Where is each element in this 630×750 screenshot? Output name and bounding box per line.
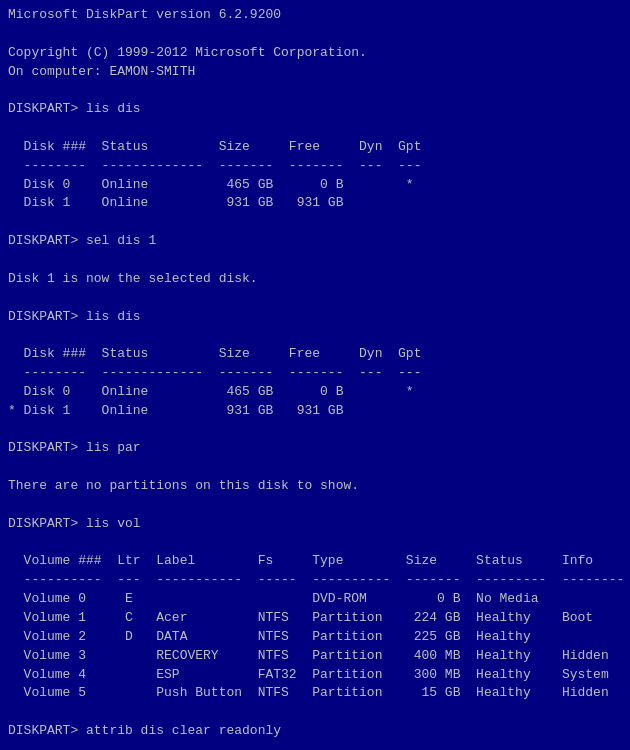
terminal-line-1 bbox=[8, 25, 622, 44]
terminal-line-14: Disk 1 is now the selected disk. bbox=[8, 270, 622, 289]
terminal-line-29: Volume ### Ltr Label Fs Type Size Status… bbox=[8, 552, 622, 571]
terminal-line-8: -------- ------------- ------- ------- -… bbox=[8, 157, 622, 176]
terminal-line-37 bbox=[8, 703, 622, 722]
terminal-line-26 bbox=[8, 496, 622, 515]
terminal-line-0: Microsoft DiskPart version 6.2.9200 bbox=[8, 6, 622, 25]
terminal-line-7: Disk ### Status Size Free Dyn Gpt bbox=[8, 138, 622, 157]
terminal-line-16: DISKPART> lis dis bbox=[8, 308, 622, 327]
terminal-line-3: On computer: EAMON-SMITH bbox=[8, 63, 622, 82]
terminal-line-21: * Disk 1 Online 931 GB 931 GB bbox=[8, 402, 622, 421]
terminal-line-33: Volume 2 D DATA NTFS Partition 225 GB He… bbox=[8, 628, 622, 647]
terminal-line-25: There are no partitions on this disk to … bbox=[8, 477, 622, 496]
terminal-line-10: Disk 1 Online 931 GB 931 GB bbox=[8, 194, 622, 213]
terminal-line-15 bbox=[8, 289, 622, 308]
terminal-line-13 bbox=[8, 251, 622, 270]
terminal-line-34: Volume 3 RECOVERY NTFS Partition 400 MB … bbox=[8, 647, 622, 666]
terminal-line-23: DISKPART> lis par bbox=[8, 439, 622, 458]
terminal-line-38: DISKPART> attrib dis clear readonly bbox=[8, 722, 622, 741]
terminal-line-35: Volume 4 ESP FAT32 Partition 300 MB Heal… bbox=[8, 666, 622, 685]
terminal-line-24 bbox=[8, 458, 622, 477]
terminal-line-19: -------- ------------- ------- ------- -… bbox=[8, 364, 622, 383]
terminal-line-12: DISKPART> sel dis 1 bbox=[8, 232, 622, 251]
terminal-line-39 bbox=[8, 741, 622, 750]
terminal-line-20: Disk 0 Online 465 GB 0 B * bbox=[8, 383, 622, 402]
terminal-line-17 bbox=[8, 326, 622, 345]
terminal-line-36: Volume 5 Push Button NTFS Partition 15 G… bbox=[8, 684, 622, 703]
terminal-line-18: Disk ### Status Size Free Dyn Gpt bbox=[8, 345, 622, 364]
terminal-line-32: Volume 1 C Acer NTFS Partition 224 GB He… bbox=[8, 609, 622, 628]
terminal-line-11 bbox=[8, 213, 622, 232]
terminal-line-22 bbox=[8, 421, 622, 440]
terminal-line-31: Volume 0 E DVD-ROM 0 B No Media bbox=[8, 590, 622, 609]
terminal-line-9: Disk 0 Online 465 GB 0 B * bbox=[8, 176, 622, 195]
terminal-window: Microsoft DiskPart version 6.2.9200 Copy… bbox=[0, 0, 630, 750]
terminal-line-28 bbox=[8, 534, 622, 553]
terminal-line-5: DISKPART> lis dis bbox=[8, 100, 622, 119]
terminal-line-4 bbox=[8, 81, 622, 100]
terminal-line-27: DISKPART> lis vol bbox=[8, 515, 622, 534]
terminal-line-6 bbox=[8, 119, 622, 138]
terminal-line-30: ---------- --- ----------- ----- -------… bbox=[8, 571, 622, 590]
terminal-line-2: Copyright (C) 1999-2012 Microsoft Corpor… bbox=[8, 44, 622, 63]
